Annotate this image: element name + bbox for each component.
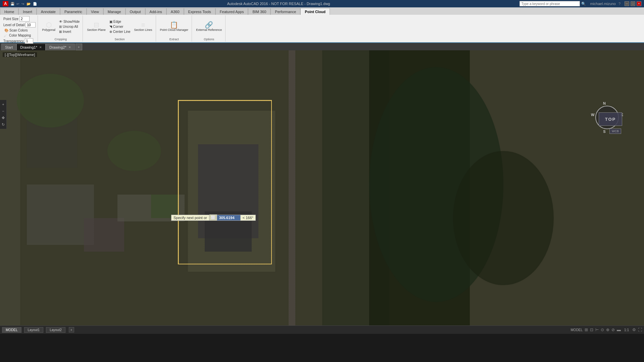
cropping-group-content: ⬡ Polygonal 👁 Show/Hide ⊞ Uncrop All ⊠ I…: [41, 16, 81, 37]
cropping-side-buttons: 👁 Show/Hide ⊞ Uncrop All ⊠ Invert: [58, 19, 81, 34]
tab-express-tools[interactable]: Express Tools: [184, 8, 215, 15]
show-hide-button[interactable]: 👁 Show/Hide: [58, 19, 81, 24]
options-group-content: 🔗 External Reference: [195, 16, 223, 37]
tab-drawing2-close[interactable]: ✕: [68, 46, 71, 49]
section-plane-button[interactable]: ⊟ Section Plane: [86, 21, 107, 33]
section-lines-label: Section Lines: [134, 28, 152, 32]
status-right: MODEL ⊞ ⊡ ⊢ ⊙ ⊕ ⊘ ▬ 1:1 ⚙ ⛶: [571, 327, 642, 332]
center-line-button[interactable]: ⊕ Center Line: [108, 30, 132, 34]
status-layout2-tab[interactable]: Layout2: [46, 327, 65, 333]
uncrop-label: Uncrop All: [63, 25, 78, 29]
help-icon[interactable]: ?: [618, 2, 621, 6]
tab-output[interactable]: Output: [126, 8, 145, 15]
qa-undo[interactable]: ↩: [16, 2, 20, 6]
center-line-label: Center Line: [113, 30, 131, 34]
view-cube[interactable]: TOP: [599, 112, 622, 126]
svg-rect-4: [289, 50, 295, 325]
ortho-icon[interactable]: ⊢: [595, 327, 599, 332]
tab-performance[interactable]: Performance: [270, 8, 300, 15]
color-mapping-button[interactable]: Color Mapping: [8, 33, 32, 38]
minimize-button[interactable]: ─: [625, 1, 629, 6]
tab-start-label: Start: [5, 45, 13, 49]
dynamic-icon[interactable]: ⊘: [611, 327, 615, 332]
lod-input[interactable]: [26, 22, 36, 28]
svg-point-15: [107, 131, 161, 171]
qa-new[interactable]: 📄: [32, 2, 38, 6]
color-mapping-row: 🖌 Color Mapping: [3, 33, 36, 38]
lineweight-icon[interactable]: ▬: [617, 327, 621, 332]
svg-rect-10: [198, 144, 258, 238]
scan-colors-button[interactable]: 🎨 Scan Colors: [3, 28, 36, 33]
point-cloud-manager-button[interactable]: 📋 Point Cloud Manager: [159, 21, 190, 33]
tab-bim360[interactable]: BIM 360: [248, 8, 270, 15]
lt-zoom-out[interactable]: −: [0, 108, 6, 114]
layout-add-button[interactable]: +: [69, 327, 74, 332]
tab-add-button[interactable]: +: [76, 44, 82, 50]
qa-redo[interactable]: ↪: [21, 2, 25, 6]
svg-rect-2: [369, 50, 470, 325]
section-lines-button[interactable]: ≡ Section Lines: [133, 21, 154, 33]
scan-colors-label: Scan Colors: [9, 29, 28, 32]
edge-label: Edge: [113, 20, 121, 23]
compass-north: N: [603, 101, 606, 105]
status-model-tab[interactable]: MODEL: [2, 327, 21, 333]
ribbon-tabs: Home Insert Annotate Parametric View Man…: [0, 7, 644, 15]
tab-annotate[interactable]: Annotate: [37, 8, 60, 15]
tab-featured-apps[interactable]: Featured Apps: [215, 8, 248, 15]
point-size-input[interactable]: [19, 16, 30, 21]
wcb-button[interactable]: WCB: [609, 128, 621, 134]
external-reference-button[interactable]: 🔗 External Reference: [195, 21, 223, 33]
tab-addins[interactable]: Add-ins: [145, 8, 166, 15]
polygonal-icon: ⬡: [46, 21, 52, 28]
lod-label: Level of Detail: [3, 23, 24, 27]
lod-row: Level of Detail: [3, 22, 36, 28]
polygonal-button[interactable]: ⬡ Polygonal: [41, 21, 57, 33]
lt-zoom-in[interactable]: +: [0, 101, 6, 107]
manager-icon: 📋: [170, 21, 178, 28]
settings-icon[interactable]: ⚙: [632, 327, 636, 332]
tab-drawing1-close[interactable]: ✕: [39, 46, 42, 49]
title-right: 🔍 michael.mizuno ? ─ □ ✕: [519, 1, 641, 6]
tab-view[interactable]: View: [87, 8, 103, 15]
ribbon-group-display: Point Size Level of Detail 🎨 Scan Colors…: [1, 15, 38, 42]
tab-a360[interactable]: A360: [166, 8, 184, 15]
qa-open[interactable]: 📂: [26, 2, 31, 6]
search-input[interactable]: [519, 1, 580, 6]
viewport-label: [-][Top][Wireframe]: [3, 52, 37, 57]
viewport[interactable]: [-][Top][Wireframe] Specify next point o…: [0, 50, 644, 325]
qa-save[interactable]: 💾: [10, 2, 15, 6]
invert-button[interactable]: ⊠ Invert: [58, 30, 81, 34]
tab-drawing2[interactable]: Drawing2* ✕: [46, 44, 75, 50]
status-layout1-tab[interactable]: Layout1: [24, 327, 44, 333]
tab-parametric[interactable]: Parametric: [60, 8, 87, 15]
edge-button[interactable]: ▣ Edge: [108, 19, 132, 24]
tab-start[interactable]: Start: [1, 44, 16, 50]
osnap-icon[interactable]: ⊕: [606, 327, 609, 332]
tab-home[interactable]: Home: [0, 8, 18, 15]
edge-icon: ▣: [109, 20, 112, 23]
status-bar: MODEL Layout1 Layout2 + MODEL ⊞ ⊡ ⊢ ⊙ ⊕ …: [0, 325, 644, 334]
tab-drawing1[interactable]: Drawing1* ✕: [16, 44, 46, 50]
title-bar: A 💾 ↩ ↪ 📂 📄 Autodesk AutoCAD 2016 - NOT …: [0, 0, 644, 7]
snap-icon[interactable]: ⊡: [590, 327, 593, 332]
svg-rect-17: [0, 50, 644, 325]
user-name: michael.mizuno: [590, 2, 615, 6]
lt-orbit[interactable]: ↻: [0, 121, 6, 127]
search-icon[interactable]: 🔍: [581, 2, 586, 6]
corner-button[interactable]: ◥ Corner: [108, 24, 132, 29]
external-ref-label: External Reference: [196, 28, 222, 32]
tab-manage[interactable]: Manage: [103, 8, 126, 15]
section-plane-label: Section Plane: [87, 28, 106, 32]
transparency-input[interactable]: [25, 38, 33, 44]
tab-insert[interactable]: Insert: [18, 8, 37, 15]
corner-label: Corner: [113, 25, 123, 29]
restore-button[interactable]: □: [631, 1, 635, 6]
close-button[interactable]: ✕: [637, 1, 641, 6]
tab-point-cloud[interactable]: Point Cloud: [300, 8, 330, 15]
grid-icon[interactable]: ⊞: [585, 327, 588, 332]
polar-icon[interactable]: ⊙: [601, 327, 604, 332]
uncrop-all-button[interactable]: ⊞ Uncrop All: [58, 24, 81, 29]
cmd-value-input[interactable]: 305.6194: [217, 215, 241, 221]
fullscreen-icon[interactable]: ⛶: [638, 327, 642, 332]
lt-pan[interactable]: ✥: [0, 115, 6, 121]
